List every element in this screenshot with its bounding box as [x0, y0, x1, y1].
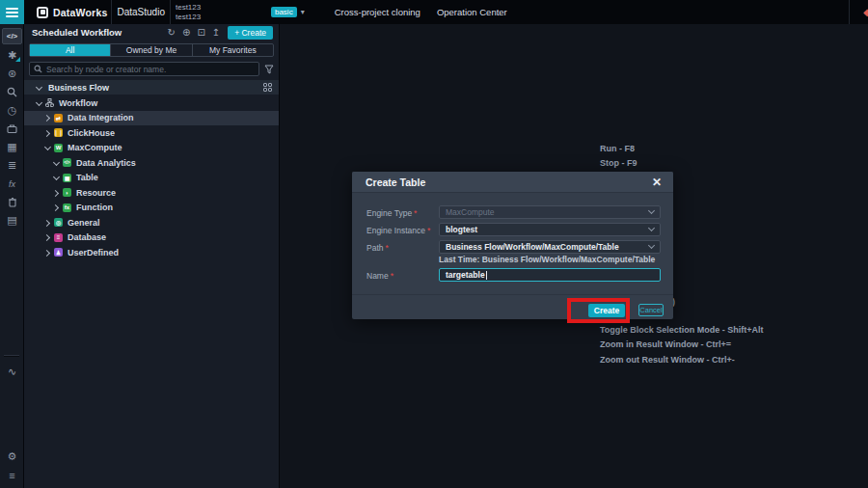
path-select[interactable]: Business Flow/Workflow/MaxCompute/Table — [439, 240, 661, 254]
create-button[interactable]: + Create — [228, 26, 273, 40]
alert-icon[interactable]: ◆ — [863, 7, 868, 17]
tab-my-favorites[interactable]: My Favorites — [192, 44, 273, 56]
tree-item-function[interactable]: fxFunction — [24, 201, 279, 216]
tab-all[interactable]: All — [30, 44, 110, 56]
bottom-menu-icon[interactable]: ≡ — [0, 466, 24, 484]
briefcase-icon[interactable] — [0, 120, 24, 138]
chevron-right-icon[interactable] — [44, 130, 50, 136]
scheduled-workflow-panel: Scheduled Workflow ↻ ⊕ ⊡ ↥ + Create AllO… — [24, 24, 280, 488]
tree-item-label: Workflow — [59, 98, 97, 108]
batch-icon[interactable]: ⊡ — [197, 27, 204, 38]
close-icon[interactable]: ✕ — [652, 176, 662, 189]
project-name-2: test123 — [176, 13, 271, 22]
env-badge: basic — [271, 7, 297, 17]
search-placeholder: Search by node or creator name. — [46, 65, 166, 74]
dialog-title: Create Table — [366, 176, 652, 188]
tree-item-data-integration[interactable]: ⇄Data Integration — [24, 111, 279, 126]
name-input[interactable]: targetable — [439, 268, 661, 282]
book-icon[interactable]: ▤ — [0, 211, 24, 230]
chevron-down-icon — [648, 207, 655, 214]
tree-item-workflow[interactable]: Workflow — [24, 95, 279, 111]
chevron-right-icon[interactable] — [44, 115, 50, 121]
chevron-down-icon[interactable] — [53, 160, 59, 166]
chevron-right-icon[interactable] — [44, 250, 50, 256]
refresh-icon[interactable]: ↻ — [168, 27, 176, 38]
nav-operation-center[interactable]: Operation Center — [437, 7, 507, 17]
tree-item-userdefined[interactable]: ♟UserDefined — [24, 245, 279, 260]
chevron-down-icon — [648, 225, 655, 231]
table-icon: ▦ — [63, 174, 71, 182]
cancel-button[interactable]: Cancel — [638, 304, 664, 316]
tree-item-data-analytics[interactable]: </>Data Analytics — [24, 155, 279, 171]
brand-name: DataWorks — [53, 7, 107, 18]
engine-type-label: Engine Type* — [366, 208, 417, 218]
root-label: Business Flow — [48, 83, 263, 93]
main-menu-button[interactable] — [0, 0, 24, 24]
engine-type-select: MaxCompute — [439, 205, 661, 219]
list-icon[interactable]: ≣ — [0, 156, 24, 175]
engine-instance-label: Engine Instance* — [366, 226, 430, 235]
nav-cross-project-cloning[interactable]: Cross-project cloning — [335, 7, 420, 17]
chevron-down-icon — [648, 242, 655, 249]
waveform-icon[interactable]: ∿ — [0, 363, 24, 381]
maxcompute-icon: W — [54, 144, 63, 152]
chevron-right-icon[interactable] — [53, 190, 59, 196]
tree-item-maxcompute[interactable]: WMaxCompute — [24, 141, 279, 156]
tree-item-label: Function — [76, 203, 113, 212]
chevron-right-icon[interactable] — [44, 220, 50, 226]
tab-owned-by-me[interactable]: Owned by Me — [110, 44, 191, 56]
project-name: test123 — [176, 3, 271, 13]
tree-item-label: Data Integration — [68, 113, 134, 122]
tree-item-label: Data Analytics — [76, 158, 136, 168]
chevron-down-icon[interactable] — [53, 175, 59, 180]
function-icon: fx — [63, 203, 71, 212]
locate-icon[interactable]: ⊕ — [182, 27, 190, 38]
tree-item-resource[interactable]: ◗Resource — [24, 185, 279, 201]
chevron-right-icon[interactable] — [44, 234, 50, 240]
clock-icon[interactable]: ◷ — [0, 101, 24, 120]
tree-item-label: Table — [76, 173, 98, 182]
search-icon[interactable] — [0, 83, 24, 101]
userdefined-icon: ♟ — [54, 248, 63, 257]
tree-item-general[interactable]: ◎General — [24, 215, 279, 230]
chevron-down-icon[interactable] — [36, 100, 41, 106]
product-name[interactable]: DataStudio — [112, 7, 169, 17]
tree-root-business-flow[interactable]: Business Flow — [24, 80, 279, 95]
general-icon: ◎ — [54, 218, 63, 227]
top-bar: DataWorks DataStudio test123 test123 bas… — [0, 0, 868, 24]
code-studio-icon[interactable]: </> — [2, 28, 22, 44]
chevron-right-icon[interactable] — [53, 204, 59, 210]
search-input[interactable]: Search by node or creator name. — [29, 62, 259, 76]
chevron-down-icon[interactable] — [44, 145, 50, 150]
table-icon[interactable]: ▦ — [0, 138, 24, 156]
import-icon[interactable]: ↥ — [212, 27, 220, 38]
function-icon[interactable]: fx — [0, 175, 24, 193]
name-label: Name* — [366, 271, 393, 281]
tree-item-table[interactable]: ▦Table — [24, 171, 279, 186]
divider — [4, 355, 19, 357]
tree-item-clickhouse[interactable]: ❘❘ClickHouse — [24, 125, 279, 141]
settings-gear-icon[interactable]: ⚙ — [0, 447, 24, 466]
grid-view-icon[interactable] — [263, 83, 272, 92]
favorites-icon[interactable]: ✱ — [0, 46, 24, 65]
tree-item-label: General — [68, 218, 100, 228]
tree-item-label: Database — [68, 232, 106, 242]
filter-icon[interactable] — [264, 61, 274, 78]
search-icon — [34, 65, 42, 73]
workflow-icon — [45, 98, 54, 107]
engine-instance-select[interactable]: blogtest — [439, 223, 661, 236]
trash-icon[interactable] — [0, 193, 24, 211]
chevron-down-icon — [36, 85, 41, 91]
workflow-tree: Workflow⇄Data Integration❘❘ClickHouseWMa… — [24, 95, 279, 260]
data-integration-icon: ⇄ — [54, 114, 63, 122]
brand[interactable]: DataWorks — [24, 0, 111, 24]
tree-item-label: Resource — [76, 188, 116, 198]
chevron-down-icon[interactable]: ▾ — [301, 8, 305, 16]
project-selector[interactable]: test123 test123 — [171, 3, 271, 22]
resource-icon: ◗ — [63, 188, 71, 197]
tree-item-label: ClickHouse — [68, 128, 115, 138]
data-analytics-icon: </> — [63, 158, 71, 167]
tree-item-database[interactable]: ≡Database — [24, 230, 279, 246]
annotation-highlight-rectangle — [567, 298, 630, 323]
package-icon[interactable]: ⊛ — [0, 65, 24, 83]
